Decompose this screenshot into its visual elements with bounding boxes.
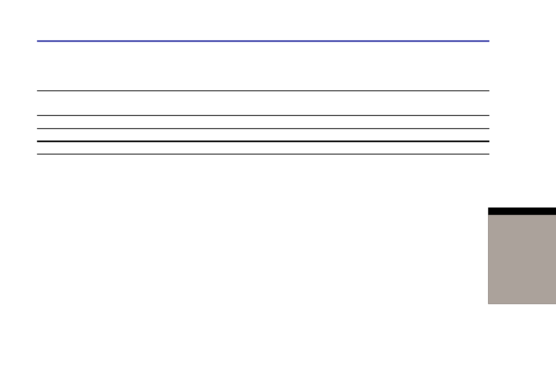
table-area [37,67,489,154]
table-row [37,142,489,154]
side-tab [488,208,556,304]
table-row [37,116,489,129]
side-tab-top [488,208,556,215]
page-content [37,0,489,154]
side-tab-body [488,215,556,304]
table-row [37,67,489,91]
header-rule [37,40,489,42]
table-row [37,91,489,116]
table-row [37,129,489,142]
